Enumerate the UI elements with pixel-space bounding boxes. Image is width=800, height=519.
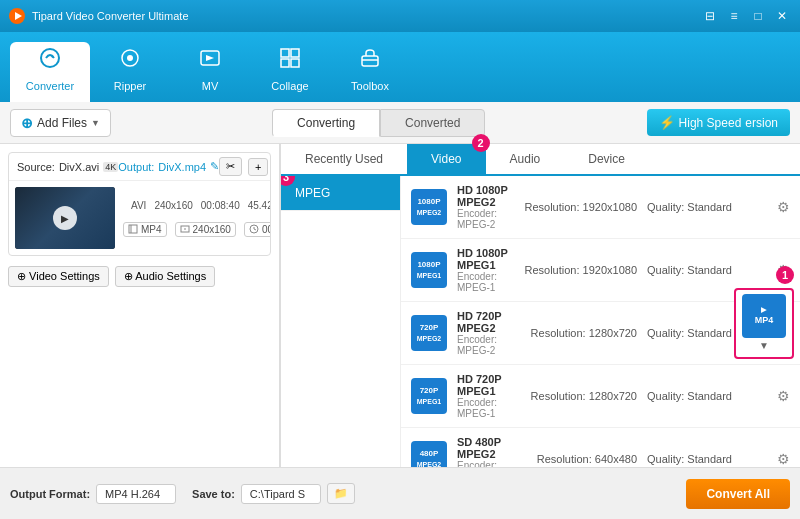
save-to-label: Save to: (192, 488, 235, 500)
play-icon: ▶ (53, 206, 77, 230)
preset-res-badge: 720P (420, 323, 439, 333)
preset-info: SD 480P MPEG2 Encoder: MPEG-2 (457, 436, 527, 467)
output-duration-value: 00:08:40 (262, 224, 271, 235)
category-mpeg[interactable]: 3 MPEG (281, 176, 400, 211)
output-label: Output: (118, 161, 154, 173)
preset-settings-icon[interactable]: ⚙ (777, 388, 790, 404)
format-icon-large: ▶ MP4 (742, 294, 786, 338)
label-1: 1 (776, 266, 794, 284)
format-selector-popup: 1 ▶ MP4 ▼ (734, 288, 794, 359)
acceleration-label: ersion (745, 116, 778, 130)
preset-item[interactable]: 720P MPEG1 HD 720P MPEG1 Encoder: MPEG-1… (401, 365, 800, 428)
preset-item[interactable]: 1080P MPEG2 HD 1080P MPEG2 Encoder: MPEG… (401, 176, 800, 239)
preset-badge: 720P MPEG2 (411, 315, 447, 351)
file-resolution: 240x160 (154, 200, 192, 211)
nav-mv-label: MV (202, 80, 219, 92)
nav-collage[interactable]: Collage (250, 42, 330, 102)
nav-ripper-label: Ripper (114, 80, 146, 92)
preset-badge: 1080P MPEG2 (411, 189, 447, 225)
preset-quality: Quality: Standard (647, 390, 767, 402)
app-title: Tipard Video Converter Ultimate (32, 10, 189, 22)
convert-all-button[interactable]: Convert All (686, 479, 790, 509)
file-item: Source: DivX.avi 4K Output: DivX.mp4 ✎ ✂… (8, 152, 271, 256)
output-format-badge: MP4 (123, 222, 167, 237)
format-dropdown-button[interactable]: ▼ (740, 338, 788, 353)
tab-audio[interactable]: Audio (486, 144, 565, 174)
file-source: Source: DivX.avi 4K (17, 161, 118, 173)
browse-button[interactable]: 📁 (327, 483, 355, 504)
svg-line-18 (254, 229, 256, 230)
title-bar: Tipard Video Converter Ultimate ⊟ ≡ □ ✕ (0, 0, 800, 32)
file-duration: 00:08:40 (201, 200, 240, 211)
plus-icon: ⊕ (21, 115, 33, 131)
preset-res-badge: 720P (420, 386, 439, 396)
tab-video-label: Video (431, 152, 461, 166)
minimize-icon[interactable]: ⊟ (700, 6, 720, 26)
tab-video[interactable]: Video 2 (407, 144, 485, 174)
output-format-field: Output Format: MP4 H.264 (10, 484, 176, 504)
output-resolution-badge: 240x160 (175, 222, 236, 237)
file-panel: Source: DivX.avi 4K Output: DivX.mp4 ✎ ✂… (0, 144, 280, 467)
preset-name: HD 720P MPEG1 (457, 373, 521, 397)
file-item-body: ▶ AVI 240x160 00:08:40 45.42 MB MP4 (9, 181, 270, 255)
tab-device[interactable]: Device (564, 144, 649, 174)
nav-converter[interactable]: Converter (10, 42, 90, 102)
preset-encoder: Encoder: MPEG-1 (457, 271, 514, 293)
converter-icon (38, 46, 62, 76)
preset-settings-icon[interactable]: ⚙ (777, 199, 790, 215)
file-item-actions: ✂ + ✕ (219, 157, 271, 176)
format-icon-text: ▶ MP4 (755, 306, 774, 325)
preset-resolution: Resolution: 1920x1080 (524, 201, 637, 213)
mv-icon (198, 46, 222, 76)
source-format-badge: 4K (103, 162, 118, 172)
preset-badge: 720P MPEG1 (411, 378, 447, 414)
preset-badge: 480P MPEG2 (411, 441, 447, 467)
add-files-label: Add Files (37, 116, 87, 130)
audio-settings-button[interactable]: ⊕ Audio Settings (115, 266, 215, 287)
save-to-value: C:\Tipard S (241, 484, 321, 504)
ripper-icon (118, 46, 142, 76)
converted-tab[interactable]: Converted (380, 109, 485, 137)
toolbar-tabs: Converting Converted (119, 109, 639, 137)
maximize-icon[interactable]: □ (748, 6, 768, 26)
nav-ripper[interactable]: Ripper (90, 42, 170, 102)
preset-item[interactable]: 480P MPEG2 SD 480P MPEG2 Encoder: MPEG-2… (401, 428, 800, 467)
video-settings-button[interactable]: ⊕ Video Settings (8, 266, 109, 287)
format-selector-inner: ▶ MP4 ▼ (736, 290, 792, 357)
preset-badge: 1080P MPEG1 (411, 252, 447, 288)
svg-rect-12 (129, 225, 137, 233)
label-3: 3 (281, 176, 295, 186)
converting-tab[interactable]: Converting (272, 109, 380, 137)
nav-collage-label: Collage (271, 80, 308, 92)
preset-encoder: Encoder: MPEG-2 (457, 334, 521, 356)
source-value: DivX.avi (59, 161, 99, 173)
preset-name: HD 720P MPEG2 (457, 310, 521, 334)
category-mpeg-label: MPEG (295, 186, 330, 200)
main-wrapper: Source: DivX.avi 4K Output: DivX.mp4 ✎ ✂… (0, 144, 800, 467)
preset-fmt-badge: MPEG2 (417, 460, 442, 467)
add-files-button[interactable]: ⊕ Add Files ▼ (10, 109, 111, 137)
high-speed-button[interactable]: ⚡ High Speed ersion (647, 109, 790, 136)
edit-icon[interactable]: ✎ (210, 160, 219, 173)
file-format: AVI (131, 200, 146, 211)
title-bar-controls: ⊟ ≡ □ ✕ (700, 6, 792, 26)
preset-info: HD 720P MPEG2 Encoder: MPEG-2 (457, 310, 521, 356)
format-label: MP4 (755, 315, 774, 326)
format-panel: Recently Used Video 2 Audio Device 3 MPE… (280, 144, 800, 467)
output-format-field-label: Output Format: (10, 488, 90, 500)
close-icon[interactable]: ✕ (772, 6, 792, 26)
video-thumbnail[interactable]: ▶ (15, 187, 115, 249)
format-body: 3 MPEG 1080P MPEG2 HD 1080P MPEG2 Encode… (281, 176, 800, 467)
add-clip-button[interactable]: + (248, 158, 268, 176)
save-to-field: Save to: C:\Tipard S 📁 (192, 483, 355, 504)
preset-encoder: Encoder: MPEG-1 (457, 397, 521, 419)
menu-icon[interactable]: ≡ (724, 6, 744, 26)
lightning-icon: ⚡ (659, 115, 675, 130)
preset-info: HD 1080P MPEG2 Encoder: MPEG-2 (457, 184, 514, 230)
tab-recently-used[interactable]: Recently Used (281, 144, 407, 174)
svg-rect-10 (362, 56, 378, 66)
edit-button[interactable]: ✂ (219, 157, 242, 176)
nav-toolbox[interactable]: Toolbox (330, 42, 410, 102)
preset-settings-icon[interactable]: ⚙ (777, 451, 790, 467)
nav-mv[interactable]: MV (170, 42, 250, 102)
